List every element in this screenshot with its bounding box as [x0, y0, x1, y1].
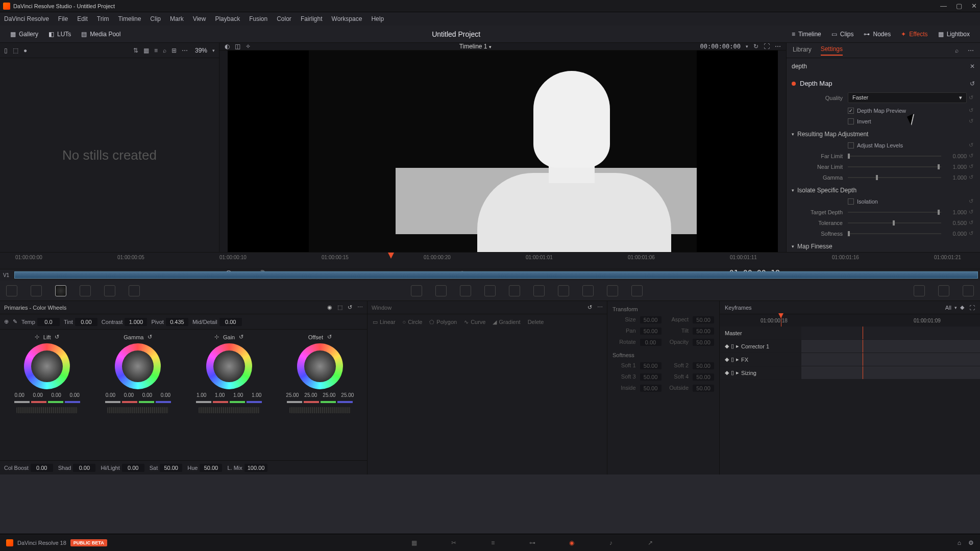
kf-lock-icon[interactable]: ▯	[731, 343, 734, 349]
tf-soft4-value[interactable]: 50.00	[693, 373, 714, 381]
viewer-canvas[interactable]	[228, 51, 778, 265]
clips-button[interactable]: ▭Clips	[826, 29, 859, 40]
palette-curves-icon[interactable]	[411, 285, 422, 296]
softness-value[interactable]: 0.000	[941, 231, 967, 237]
gain-reset-icon[interactable]: ↺	[239, 334, 243, 340]
menu-timeline[interactable]: Timeline	[118, 15, 141, 22]
palette-tracker-icon[interactable]	[509, 285, 520, 296]
shape-curve[interactable]: ∿Curve	[464, 319, 485, 325]
nodes-button[interactable]: ⊶Nodes	[859, 29, 896, 40]
offset-wheel[interactable]	[297, 343, 343, 389]
kf-lock-icon[interactable]: ▯	[731, 369, 734, 376]
lift-r[interactable]: 0.00	[29, 392, 46, 398]
page-deliver-icon[interactable]: ↗	[645, 537, 656, 548]
palette-key-icon[interactable]	[582, 285, 594, 296]
near-limit-reset-icon[interactable]: ↺	[967, 163, 975, 170]
kf-caret-icon[interactable]: ▸	[736, 356, 739, 363]
offset-y[interactable]: 25.00	[284, 392, 301, 398]
palette-scopes-icon[interactable]	[938, 285, 949, 296]
offset-reset-icon[interactable]: ↺	[327, 334, 332, 340]
page-color-icon[interactable]: ◉	[566, 537, 577, 548]
timeline-ruler[interactable]: 01:00:00:00 01:00:00:05 01:00:00:10 01:0…	[0, 252, 980, 269]
menu-fairlight[interactable]: Fairlight	[301, 15, 323, 22]
tab-settings[interactable]: Settings	[821, 45, 843, 56]
inspector-more-icon[interactable]: ⋯	[968, 47, 974, 54]
wheels-mode-icon[interactable]: ◉	[327, 304, 332, 311]
tolerance-value[interactable]: 0.500	[941, 220, 967, 226]
far-limit-value[interactable]: 0.000	[941, 153, 967, 159]
inspector-search-input[interactable]	[792, 63, 970, 70]
search-clear-icon[interactable]: ✕	[970, 63, 975, 70]
stills-grid-icon[interactable]: ▦	[143, 47, 149, 54]
invert-checkbox[interactable]	[848, 118, 854, 124]
temp-value[interactable]: 0.0	[37, 318, 60, 326]
gain-wheel[interactable]	[206, 343, 252, 389]
stills-view-icon[interactable]: ▯	[4, 47, 8, 54]
zoom-level[interactable]: 39%	[195, 47, 207, 54]
kf-caret-icon[interactable]: ▸	[736, 343, 739, 349]
page-fusion-icon[interactable]: ⊶	[527, 537, 538, 548]
gamma-jog[interactable]	[107, 407, 168, 413]
target-depth-reset-icon[interactable]: ↺	[967, 209, 975, 215]
shape-linear[interactable]: ▭Linear	[373, 319, 396, 325]
menu-help[interactable]: Help	[371, 15, 384, 22]
lift-g[interactable]: 0.00	[47, 392, 65, 398]
palette-3d-icon[interactable]	[631, 285, 643, 296]
gamma-wheel[interactable]	[115, 343, 161, 389]
wheels-reset-icon[interactable]: ↺	[348, 304, 352, 311]
picker-icon[interactable]: ✎	[13, 318, 17, 325]
window-more-icon[interactable]: ⋯	[597, 304, 603, 311]
stills-zoom-icon[interactable]: ⊞	[172, 47, 177, 54]
effect-reset-icon[interactable]: ↺	[970, 80, 975, 87]
palette-warper-icon[interactable]	[435, 285, 447, 296]
tf-size-value[interactable]: 50.00	[640, 316, 662, 323]
gamma-slider[interactable]	[848, 177, 941, 178]
tf-soft2-value[interactable]: 50.00	[693, 362, 714, 369]
gain-g[interactable]: 1.00	[230, 392, 247, 398]
near-limit-slider[interactable]	[848, 166, 941, 167]
tolerance-slider[interactable]	[848, 222, 941, 223]
palette-sizing-icon[interactable]	[607, 285, 618, 296]
offset-r[interactable]: 25.00	[302, 392, 320, 398]
lift-crosshair-icon[interactable]: ⊹	[35, 334, 39, 340]
menu-file[interactable]: File	[58, 15, 68, 22]
kf-ruler[interactable]: 01:00:00:18 01:00:01:09	[720, 314, 980, 327]
kf-key-icon[interactable]: ◆	[725, 343, 729, 349]
palette-rgb-mixer-icon[interactable]	[104, 285, 115, 296]
wheels-more-icon[interactable]: ⋯	[357, 304, 363, 311]
palette-window-icon[interactable]	[484, 285, 496, 296]
far-limit-slider[interactable]	[848, 156, 941, 157]
tint-value[interactable]: 0.00	[75, 318, 97, 326]
stills-search-icon[interactable]: ⌕	[163, 47, 166, 54]
lmix-value[interactable]: 100.00	[244, 464, 268, 472]
menu-view[interactable]: View	[193, 15, 206, 22]
gamma-reset-icon[interactable]: ↺	[967, 174, 975, 181]
effects-button[interactable]: ✦Effects	[896, 29, 933, 40]
shad-value[interactable]: 0.00	[73, 464, 95, 472]
viewer-split-icon[interactable]: ◫	[235, 43, 240, 50]
keyframes-mode[interactable]: All	[945, 305, 951, 311]
shape-delete[interactable]: Delete	[528, 319, 544, 325]
tolerance-reset-icon[interactable]: ↺	[967, 219, 975, 226]
shape-circle[interactable]: ○Circle	[403, 319, 423, 325]
tf-pan-value[interactable]: 50.00	[640, 328, 662, 335]
kf-row-sizing[interactable]: ◆▯▸Sizing	[720, 366, 980, 380]
kf-key-icon[interactable]: ◆	[725, 356, 729, 363]
page-cut-icon[interactable]: ✂	[448, 537, 459, 548]
palette-magic-mask-icon[interactable]	[533, 285, 545, 296]
stills-sort-icon[interactable]: ⇅	[133, 47, 138, 54]
viewer-expand-icon[interactable]: ⛶	[764, 43, 770, 50]
gamma-reset-icon[interactable]: ↺	[148, 334, 152, 340]
gamma-y[interactable]: 0.00	[102, 392, 119, 398]
tf-soft3-value[interactable]: 50.00	[640, 373, 662, 381]
hilight-value[interactable]: 0.00	[122, 464, 144, 472]
timeline-chevron-icon[interactable]: ▾	[489, 44, 492, 49]
colboost-value[interactable]: 0.00	[31, 464, 53, 472]
gamma-b[interactable]: 0.00	[157, 392, 174, 398]
offset-b[interactable]: 25.00	[339, 392, 356, 398]
timeline-button[interactable]: ≡Timeline	[787, 29, 826, 40]
tf-inside-value[interactable]: 50.00	[640, 385, 662, 392]
offset-g[interactable]: 25.00	[321, 392, 338, 398]
section-map-finesse[interactable]: ▾Map Finesse	[792, 239, 975, 252]
palette-keyframes-icon[interactable]	[914, 285, 925, 296]
